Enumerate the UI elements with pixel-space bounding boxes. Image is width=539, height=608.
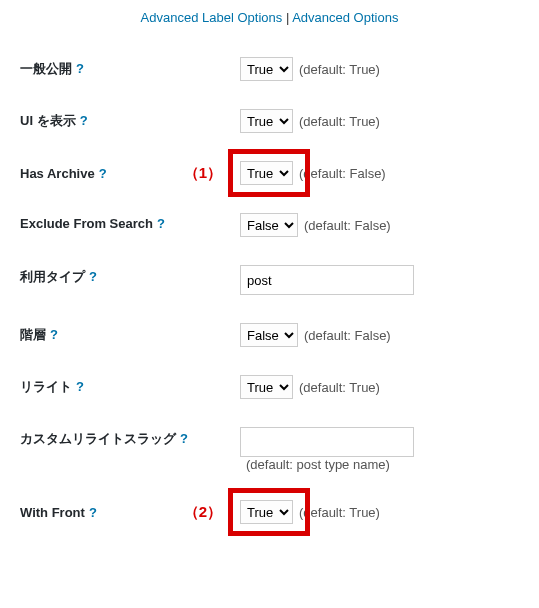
field-rewrite: True (default: True) — [240, 375, 519, 399]
row-show-ui: UI を表示 ? True (default: True) — [20, 95, 519, 147]
row-public: 一般公開 ? True (default: True) — [20, 43, 519, 95]
field-hierarchical: False (default: False) — [240, 323, 519, 347]
label-exclude-search-text: Exclude From Search — [20, 216, 153, 231]
field-custom-slug: (default: post type name) — [240, 427, 519, 472]
help-icon[interactable]: ? — [76, 61, 84, 76]
advanced-label-options-link[interactable]: Advanced Label Options — [141, 10, 283, 25]
field-public: True (default: True) — [240, 57, 519, 81]
label-public-text: 一般公開 — [20, 60, 72, 78]
help-icon[interactable]: ? — [157, 216, 165, 231]
label-custom-slug: カスタムリライトスラッグ ? — [20, 427, 240, 448]
field-capability-type — [240, 265, 519, 295]
label-hierarchical: 階層 ? — [20, 323, 240, 344]
row-with-front: With Front ? （2） True (default: True) — [20, 486, 519, 538]
label-rewrite-text: リライト — [20, 378, 72, 396]
help-icon[interactable]: ? — [89, 505, 97, 520]
row-exclude-search: Exclude From Search ? False (default: Fa… — [20, 199, 519, 251]
help-icon[interactable]: ? — [76, 379, 84, 394]
help-icon[interactable]: ? — [89, 269, 97, 284]
field-with-front: True (default: True) — [240, 500, 519, 524]
hint-rewrite: (default: True) — [299, 380, 380, 395]
hint-has-archive: (default: False) — [299, 166, 386, 181]
label-has-archive: Has Archive ? （1） — [20, 161, 240, 183]
label-with-front-text: With Front — [20, 505, 85, 520]
link-separator: | — [282, 10, 292, 25]
hint-with-front: (default: True) — [299, 505, 380, 520]
field-has-archive: True (default: False) — [240, 161, 519, 185]
hint-exclude-search: (default: False) — [304, 218, 391, 233]
advanced-options-link[interactable]: Advanced Options — [292, 10, 398, 25]
help-icon[interactable]: ? — [80, 113, 88, 128]
label-hierarchical-text: 階層 — [20, 326, 46, 344]
hint-custom-slug: (default: post type name) — [246, 457, 390, 472]
field-show-ui: True (default: True) — [240, 109, 519, 133]
label-capability-type: 利用タイプ ? — [20, 265, 240, 286]
public-select[interactable]: True — [240, 57, 293, 81]
label-capability-type-text: 利用タイプ — [20, 268, 85, 286]
row-capability-type: 利用タイプ ? — [20, 251, 519, 309]
annotation-1: （1） — [184, 164, 222, 183]
label-show-ui-text: UI を表示 — [20, 112, 76, 130]
row-hierarchical: 階層 ? False (default: False) — [20, 309, 519, 361]
has-archive-select[interactable]: True — [240, 161, 293, 185]
rewrite-select[interactable]: True — [240, 375, 293, 399]
hint-public: (default: True) — [299, 62, 380, 77]
label-rewrite: リライト ? — [20, 375, 240, 396]
row-custom-slug: カスタムリライトスラッグ ? (default: post type name) — [20, 413, 519, 486]
annotation-2: （2） — [184, 503, 222, 522]
advanced-links: Advanced Label Options | Advanced Option… — [20, 10, 519, 25]
hint-show-ui: (default: True) — [299, 114, 380, 129]
with-front-select[interactable]: True — [240, 500, 293, 524]
label-has-archive-text: Has Archive — [20, 166, 95, 181]
label-public: 一般公開 ? — [20, 57, 240, 78]
help-icon[interactable]: ? — [50, 327, 58, 342]
label-custom-slug-text: カスタムリライトスラッグ — [20, 430, 176, 448]
exclude-search-select[interactable]: False — [240, 213, 298, 237]
row-has-archive: Has Archive ? （1） True (default: False) — [20, 147, 519, 199]
hierarchical-select[interactable]: False — [240, 323, 298, 347]
label-with-front: With Front ? （2） — [20, 500, 240, 522]
label-exclude-search: Exclude From Search ? — [20, 213, 240, 231]
label-show-ui: UI を表示 ? — [20, 109, 240, 130]
field-exclude-search: False (default: False) — [240, 213, 519, 237]
hint-hierarchical: (default: False) — [304, 328, 391, 343]
row-rewrite: リライト ? True (default: True) — [20, 361, 519, 413]
capability-type-input[interactable] — [240, 265, 414, 295]
help-icon[interactable]: ? — [99, 166, 107, 181]
help-icon[interactable]: ? — [180, 431, 188, 446]
custom-slug-input[interactable] — [240, 427, 414, 457]
show-ui-select[interactable]: True — [240, 109, 293, 133]
